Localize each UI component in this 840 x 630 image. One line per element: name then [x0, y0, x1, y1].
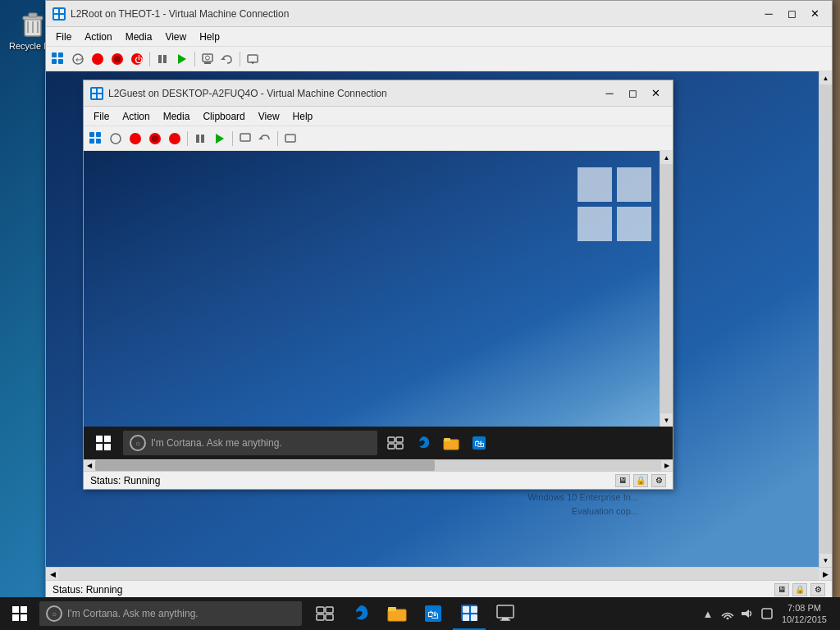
svg-marker-23 — [178, 54, 186, 64]
svg-rect-9 — [60, 15, 64, 19]
outer-vm-vscrollbar[interactable]: ▲ ▼ — [819, 71, 832, 567]
svg-marker-50 — [578, 167, 612, 202]
inner-tb-snapshot-btn[interactable] — [236, 130, 254, 148]
svg-rect-80 — [471, 606, 477, 613]
outer-hyperv-icon[interactable] — [453, 597, 486, 630]
outer-menu-media[interactable]: Media — [119, 27, 159, 46]
outer-explorer-icon[interactable] — [381, 597, 413, 630]
tray-show-hidden-btn[interactable]: ▲ — [700, 597, 716, 630]
inner-taskview-icon[interactable] — [384, 431, 407, 454]
svg-text:🛍: 🛍 — [427, 608, 439, 621]
tb-record-btn[interactable] — [108, 50, 126, 68]
outer-menu-file[interactable]: File — [49, 27, 78, 46]
tb-session-btn[interactable] — [244, 50, 262, 68]
svg-rect-7 — [60, 9, 64, 13]
outer-vm-scroll-down-btn[interactable]: ▼ — [819, 554, 833, 567]
inner-hscroll-thumb[interactable] — [95, 460, 435, 471]
outer-vm-controls: ─ ◻ ✕ — [758, 5, 825, 23]
svg-rect-32 — [98, 89, 102, 93]
inner-menu-action[interactable]: Action — [116, 107, 156, 126]
outer-vm-window: L2Root on THEOT-1 - Virtual Machine Conn… — [45, 0, 833, 599]
outer-vm-minimize-btn[interactable]: ─ — [758, 5, 779, 23]
svg-rect-2 — [29, 13, 37, 17]
tray-volume-icon[interactable] — [739, 597, 756, 630]
outer-network-icon[interactable] — [489, 597, 522, 630]
tb-pause-btn[interactable] — [153, 50, 171, 68]
outer-menu-action[interactable]: Action — [78, 27, 118, 46]
svg-point-43 — [169, 133, 180, 144]
tray-network-icon[interactable] — [719, 597, 736, 630]
svg-rect-35 — [89, 132, 94, 137]
tb-stop-btn[interactable] — [89, 50, 107, 68]
tb-undo-btn[interactable] — [218, 50, 236, 68]
inner-tb-record-btn[interactable] — [146, 130, 164, 148]
inner-vm-vscrollbar[interactable]: ▲ ▼ — [660, 151, 673, 427]
tb-vm-icon[interactable] — [49, 50, 67, 68]
inner-tb-vm-icon[interactable] — [87, 130, 105, 148]
inner-menu-file[interactable]: File — [87, 107, 116, 126]
outer-vm-statusbar: Status: Running 🖥 🔒 ⚙ — [46, 580, 832, 598]
tb-play-btn[interactable] — [173, 50, 191, 68]
inner-tb-undo-btn[interactable] — [256, 130, 274, 148]
outer-vm-restore-btn[interactable]: ◻ — [781, 5, 802, 23]
inner-tb-power-btn[interactable] — [166, 130, 184, 148]
outer-menu-help[interactable]: Help — [193, 27, 226, 46]
inner-tb-play-btn[interactable] — [211, 130, 229, 148]
inner-tb-sep-1 — [187, 131, 188, 146]
svg-point-39 — [111, 134, 121, 144]
svg-rect-55 — [104, 436, 111, 442]
outer-status-icons: 🖥 🔒 ⚙ — [774, 583, 825, 596]
inner-menu-view[interactable]: View — [252, 107, 286, 126]
inner-vm-scroll-up-btn[interactable]: ▲ — [660, 151, 673, 164]
inner-vm-hscrollbar[interactable]: ◀ ▶ — [84, 459, 673, 471]
svg-point-18 — [114, 56, 121, 62]
desktop: Recycle Bin L2Root on THEOT-1 - Virtual … — [0, 0, 840, 630]
inner-edge-icon[interactable] — [412, 431, 435, 454]
outer-vm-titlebar: L2Root on THEOT-1 - Virtual Machine Conn… — [46, 1, 832, 27]
inner-menu-media[interactable]: Media — [157, 107, 197, 126]
inner-tb-back-btn[interactable] — [107, 130, 125, 148]
inner-status-icons: 🖥 🔒 ⚙ — [615, 474, 666, 487]
outer-vm-close-btn[interactable]: ✕ — [804, 5, 825, 23]
outer-edge-icon[interactable] — [345, 597, 377, 630]
watermark-line1: Windows 10 Enterprise In... — [527, 491, 638, 504]
tb-back-btn[interactable]: ↩ — [69, 50, 87, 68]
svg-point-40 — [130, 133, 141, 144]
outer-start-button[interactable] — [3, 597, 36, 630]
outer-store-icon[interactable]: 🛍 — [417, 597, 450, 630]
inner-tb-session-btn[interactable] — [281, 130, 299, 148]
inner-start-button[interactable] — [87, 427, 120, 459]
inner-tb-pause-btn[interactable] — [191, 130, 209, 148]
outer-hscroll-left-btn[interactable]: ◀ — [46, 568, 59, 581]
outer-vm-hscrollbar[interactable]: ◀ ▶ — [46, 567, 832, 580]
inner-hscroll-left-btn[interactable]: ◀ — [84, 460, 95, 472]
outer-taskbar-icons: 🛍 — [308, 597, 522, 630]
inner-hscroll-right-btn[interactable]: ▶ — [661, 460, 673, 472]
tray-notification-icon[interactable] — [759, 597, 775, 630]
tb-snapshot-btn[interactable] — [199, 50, 217, 68]
outer-vm-scroll-up-btn[interactable]: ▲ — [819, 71, 833, 84]
inner-cortana-bar[interactable]: ○ I'm Cortana. Ask me anything. — [123, 431, 377, 455]
outer-cortana-bar[interactable]: ○ I'm Cortana. Ask me anything. — [39, 601, 302, 626]
inner-vm-scroll-down-btn[interactable]: ▼ — [660, 413, 673, 427]
svg-rect-71 — [326, 607, 333, 613]
inner-vm-restore-btn[interactable]: ◻ — [622, 84, 643, 103]
inner-explorer-icon[interactable] — [440, 431, 463, 454]
inner-menu-help[interactable]: Help — [286, 107, 320, 126]
tb-separator-3 — [240, 52, 240, 66]
inner-vm-minimize-btn[interactable]: ─ — [599, 84, 620, 103]
outer-clock[interactable]: 7:08 PM 10/12/2015 — [778, 602, 830, 626]
inner-vm-close-btn[interactable]: ✕ — [645, 84, 666, 103]
inner-tb-stop-btn[interactable] — [126, 130, 144, 148]
inner-menu-clipboard[interactable]: Clipboard — [196, 107, 251, 126]
svg-rect-10 — [52, 52, 57, 57]
svg-rect-56 — [96, 444, 103, 450]
outer-taskview-icon[interactable] — [308, 597, 341, 630]
outer-hscroll-right-btn[interactable]: ▶ — [819, 568, 832, 581]
inner-store-icon[interactable]: 🛍 — [468, 431, 491, 454]
svg-rect-22 — [163, 55, 167, 63]
outer-menu-view[interactable]: View — [158, 27, 193, 46]
svg-rect-28 — [248, 55, 258, 62]
tb-power-btn[interactable]: ⏻ — [128, 50, 146, 68]
svg-rect-57 — [104, 444, 111, 450]
